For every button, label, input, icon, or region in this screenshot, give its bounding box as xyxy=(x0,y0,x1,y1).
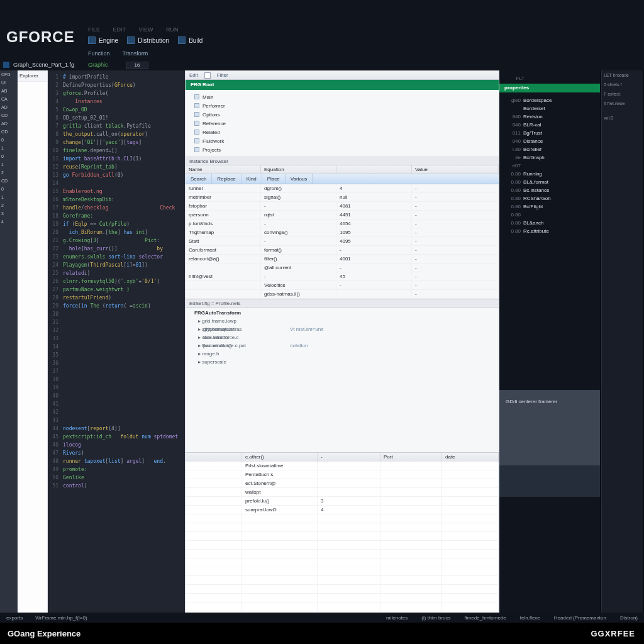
menu-edit[interactable]: EDIT xyxy=(113,26,126,33)
code-line[interactable]: gritla client tblack.Pytafile xyxy=(63,122,182,130)
tree-node[interactable]: Reference xyxy=(188,119,496,128)
code-line[interactable]: if (Eqlp == Cut/pFile) xyxy=(63,220,182,228)
tree-node[interactable]: Projects xyxy=(188,145,496,154)
code-line[interactable] xyxy=(63,375,182,384)
code-line[interactable]: restartulFriend) xyxy=(63,294,182,302)
code-line[interactable]: promote: xyxy=(63,465,182,474)
code-line[interactable] xyxy=(63,326,182,335)
code-line[interactable] xyxy=(63,310,182,318)
inner-tree-node[interactable]: ▸ grid.frame.lowp xyxy=(194,318,494,326)
code-body[interactable]: # importProfileDefineProperties(GForce)g… xyxy=(60,70,185,623)
code-line[interactable]: reuse(Reprint_tab) xyxy=(63,163,182,171)
table-row[interactable]: rpersonnrqtst4451- xyxy=(186,211,499,219)
edit-button[interactable]: Edit xyxy=(189,72,198,78)
activity-item[interactable]: AB xyxy=(0,87,17,95)
property-row[interactable]: 0.80BL&.format xyxy=(499,178,600,186)
rail-item[interactable]: F exited; xyxy=(602,89,643,99)
property-row[interactable]: 0.80 xyxy=(499,211,600,219)
code-line[interactable]: Goreframe: xyxy=(63,212,182,220)
code-line[interactable]: hole[has_curr()] by xyxy=(63,245,182,253)
property-row[interactable]: 0.80Bc/Flight xyxy=(499,203,600,211)
activity-item[interactable]: OD xyxy=(0,128,17,136)
tree-node[interactable]: Related xyxy=(188,128,496,136)
code-line[interactable]: force(in The (return( =ascin) xyxy=(63,302,182,310)
activity-item[interactable]: AD xyxy=(0,103,17,111)
bottom-row[interactable]: Pentattuch:s xyxy=(186,470,499,479)
activity-item[interactable]: 0 xyxy=(0,152,17,160)
rail-item[interactable]: LET brocade xyxy=(602,70,643,80)
table-row[interactable]: Statt-4095- xyxy=(186,237,499,246)
code-line[interactable]: go Forbidden_call(0) xyxy=(63,171,182,179)
filter-button[interactable]: Filter xyxy=(217,72,228,78)
property-row[interactable]: l.80Bc/relief xyxy=(499,145,600,153)
code-line[interactable] xyxy=(63,351,182,359)
sub-tab-function[interactable]: Function xyxy=(88,50,110,57)
code-line[interactable]: Co=op_OD xyxy=(63,106,182,114)
activity-item[interactable]: 1 xyxy=(0,193,17,201)
taskbar-app[interactable]: GOang Experience xyxy=(8,629,80,638)
code-line[interactable]: partmuNace.weightwrt ) xyxy=(63,286,182,294)
sub-tab-transform[interactable]: Transform xyxy=(123,50,148,57)
code-line[interactable]: enumers.swlnls sort-lina selector xyxy=(63,253,182,261)
code-line[interactable]: pextscript:id_ch foldut num sptdomet xyxy=(63,433,182,441)
rail-item[interactable]: vol.0 xyxy=(602,113,643,123)
activity-item[interactable]: 1 xyxy=(0,160,17,169)
code-line[interactable]: the_output.call_on(operator) xyxy=(63,130,182,138)
menu-view[interactable]: VIEW xyxy=(139,26,153,33)
activity-item[interactable]: 1 xyxy=(0,144,17,152)
activity-item[interactable]: 4 xyxy=(0,218,17,226)
bottom-row[interactable]: ect.Stonerlt@ xyxy=(186,479,499,488)
tree-node[interactable]: Options xyxy=(188,110,496,119)
tool-replace[interactable]: Replace xyxy=(212,174,241,184)
code-line[interactable] xyxy=(63,335,182,343)
menu-run[interactable]: RUN xyxy=(166,26,179,33)
code-line[interactable]: Playagem(ThirdPascal[i]=01]) xyxy=(63,261,182,269)
code-line[interactable] xyxy=(63,179,182,187)
table-row[interactable]: Can.formeatformat()-- xyxy=(186,246,499,255)
table-row[interactable]: runnerdgrom()4- xyxy=(186,184,499,193)
code-line[interactable] xyxy=(63,359,182,367)
file-tab[interactable]: Graph_Scene_Part_1.fg xyxy=(3,62,74,68)
table-row[interactable]: Trigthemapconvinge()1095- xyxy=(186,228,499,237)
activity-item[interactable]: CD xyxy=(0,177,17,185)
property-row[interactable]: e07 xyxy=(499,162,600,170)
code-line[interactable]: g.Crowing[3] Pict: xyxy=(63,236,182,245)
activity-item[interactable]: 2 xyxy=(0,169,17,177)
rail-item[interactable]: 0 sfnets.f xyxy=(602,80,643,89)
activity-item[interactable]: CA xyxy=(0,95,17,103)
table-row[interactable]: p.forWinds-4654- xyxy=(186,219,499,228)
table-row[interactable]: Velocitice-- xyxy=(186,281,499,290)
code-line[interactable]: control) xyxy=(63,482,182,490)
activity-item[interactable]: 0 xyxy=(0,136,17,144)
code-line[interactable]: OD_setup_02_01! xyxy=(63,114,182,122)
property-row[interactable]: Borderset xyxy=(499,104,600,113)
table-row[interactable]: hitht@vest-45- xyxy=(186,272,499,281)
table-row[interactable]: @all current-- xyxy=(186,264,499,272)
bottom-row[interactable]: soarprat.lowO4 xyxy=(186,506,499,514)
code-line[interactable]: handle/checklog Check xyxy=(63,204,182,212)
tree-node[interactable]: Fluidwork xyxy=(188,136,496,145)
code-line[interactable] xyxy=(63,367,182,375)
activity-item[interactable]: UI xyxy=(0,79,17,87)
tab-distribution[interactable]: Distribution xyxy=(127,36,169,44)
code-line[interactable]: mStoreDesktopDib: xyxy=(63,196,182,204)
tree-node[interactable]: Performer xyxy=(188,101,496,110)
tab-engine[interactable]: Engine xyxy=(88,36,118,44)
tab-build[interactable]: Build xyxy=(178,36,203,44)
code-line[interactable]: Rivers) xyxy=(63,449,182,457)
tool-kind[interactable]: Kind xyxy=(242,174,262,184)
code-line[interactable]: # importProfile xyxy=(63,73,182,81)
property-row[interactable]: 0.80Rc.attribute xyxy=(499,227,600,235)
inner-tree-node[interactable]: ▸ superscale xyxy=(194,359,494,367)
bottom-row[interactable]: wallspt xyxy=(186,488,499,497)
property-row[interactable]: 0.80BL&anch xyxy=(499,219,600,227)
bottom-row[interactable]: prefold.lu()3 xyxy=(186,497,499,506)
property-row[interactable]: 840BLR-val xyxy=(499,121,600,129)
table-row[interactable]: metrimbersignal()null- xyxy=(186,193,499,202)
property-row[interactable]: 840Revision xyxy=(499,113,600,121)
property-row[interactable]: 0.80Running xyxy=(499,170,600,178)
inner-tree-title[interactable]: FRGAutoTransform xyxy=(191,310,494,318)
code-line[interactable]: ich_BiRorum.[the] has int] xyxy=(63,228,182,236)
code-line[interactable]: gforce.Profile( xyxy=(63,89,182,97)
table-row[interactable]: fstopbar-4061- xyxy=(186,202,499,211)
